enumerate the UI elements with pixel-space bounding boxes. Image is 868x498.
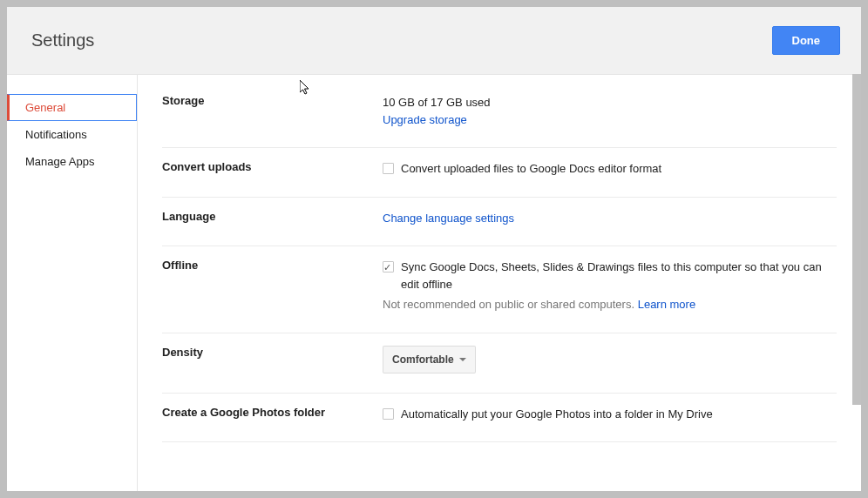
- section-body: Convert uploaded files to Google Docs ed…: [383, 160, 837, 178]
- offline-note: Not recommended on public or shared comp…: [383, 298, 634, 311]
- sidebar-item-label: Manage Apps: [25, 155, 95, 168]
- sidebar-item-label: Notifications: [25, 128, 87, 141]
- section-storage: Storage 10 GB of 17 GB used Upgrade stor…: [162, 94, 837, 148]
- section-label: Density: [162, 346, 383, 374]
- section-body: Comfortable: [383, 346, 837, 374]
- section-offline: Offline Sync Google Docs, Sheets, Slides…: [162, 246, 837, 333]
- offline-note-row: Not recommended on public or shared comp…: [383, 296, 837, 313]
- sidebar: General Notifications Manage Apps: [7, 75, 138, 491]
- checkbox-label: Sync Google Docs, Sheets, Slides & Drawi…: [401, 259, 837, 293]
- chevron-down-icon: [459, 358, 466, 361]
- sidebar-item-general[interactable]: General: [7, 94, 137, 121]
- section-label: Storage: [162, 94, 383, 128]
- photos-folder-checkbox[interactable]: [383, 408, 394, 420]
- settings-content: Storage 10 GB of 17 GB used Upgrade stor…: [138, 75, 861, 491]
- learn-more-link[interactable]: Learn more: [638, 298, 695, 311]
- density-dropdown[interactable]: Comfortable: [383, 346, 476, 374]
- section-language: Language Change language settings: [162, 198, 837, 247]
- section-density: Density Comfortable: [162, 333, 837, 394]
- sidebar-item-manage-apps[interactable]: Manage Apps: [7, 148, 137, 175]
- upgrade-storage-link[interactable]: Upgrade storage: [383, 113, 467, 126]
- checkbox-label: Convert uploaded files to Google Docs ed…: [401, 160, 661, 178]
- convert-uploads-row: Convert uploaded files to Google Docs ed…: [383, 160, 837, 178]
- section-body: Change language settings: [383, 210, 837, 227]
- dialog-body: General Notifications Manage Apps Storag…: [7, 75, 861, 491]
- scrollbar-thumb[interactable]: [852, 74, 861, 405]
- change-language-link[interactable]: Change language settings: [383, 212, 514, 225]
- page-title: Settings: [31, 30, 94, 50]
- offline-sync-checkbox[interactable]: [383, 261, 394, 273]
- section-body: 10 GB of 17 GB used Upgrade storage: [383, 94, 837, 128]
- section-label: Convert uploads: [162, 160, 383, 178]
- section-label: Offline: [162, 259, 383, 313]
- scrollbar-track: [852, 74, 861, 491]
- dialog-header: Settings Done: [7, 7, 861, 75]
- done-button[interactable]: Done: [772, 26, 841, 55]
- section-google-photos-folder: Create a Google Photos folder Automatica…: [162, 394, 837, 443]
- section-convert-uploads: Convert uploads Convert uploaded files t…: [162, 148, 837, 198]
- section-body: Automatically put your Google Photos int…: [383, 406, 837, 423]
- section-body: Sync Google Docs, Sheets, Slides & Drawi…: [383, 259, 837, 313]
- sidebar-item-label: General: [25, 101, 65, 114]
- checkbox-label: Automatically put your Google Photos int…: [401, 406, 713, 423]
- section-label: Language: [162, 210, 383, 227]
- settings-dialog: Settings Done General Notifications Mana…: [7, 7, 861, 491]
- convert-uploads-checkbox[interactable]: [383, 163, 394, 174]
- sidebar-item-notifications[interactable]: Notifications: [7, 121, 137, 148]
- storage-usage-text: 10 GB of 17 GB used: [383, 94, 837, 111]
- dropdown-value: Comfortable: [392, 352, 454, 367]
- photos-folder-row: Automatically put your Google Photos int…: [383, 406, 837, 423]
- section-label: Create a Google Photos folder: [162, 406, 383, 423]
- offline-sync-row: Sync Google Docs, Sheets, Slides & Drawi…: [383, 259, 837, 293]
